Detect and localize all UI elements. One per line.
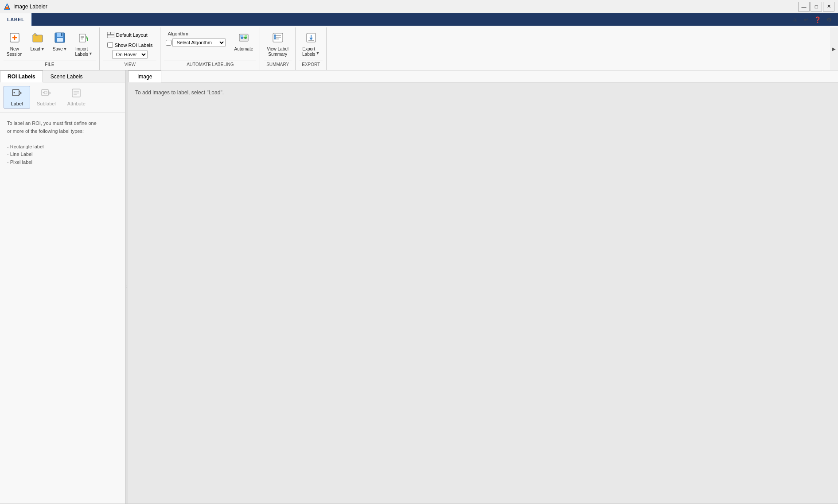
- automate-group-items: Algorithm: Select Algorithm: [164, 29, 256, 60]
- label-type-sublabel-icon: [41, 88, 51, 100]
- load-button[interactable]: Load ▼: [27, 29, 48, 54]
- on-hover-container: On Hover Always Never: [112, 50, 155, 59]
- close-button[interactable]: ✕: [823, 2, 834, 12]
- panel-hint: To label an ROI, you must first define o…: [0, 112, 125, 174]
- import-labels-icon: [78, 31, 90, 46]
- svg-rect-10: [57, 38, 63, 42]
- maximize-button[interactable]: □: [811, 2, 822, 12]
- app-title: Image Labeler: [13, 4, 47, 10]
- summary-group-label: SUMMARY: [264, 61, 292, 68]
- load-icon: [31, 31, 44, 46]
- summary-group-items: View LabelSummary: [264, 29, 292, 60]
- save-icon: [54, 31, 66, 46]
- view-label-summary-label: View LabelSummary: [267, 47, 288, 57]
- svg-rect-19: [111, 32, 114, 35]
- export-group-items: ExportLabels ▼: [299, 29, 323, 60]
- panel-tabs: ROI Labels Scene Labels: [0, 70, 125, 82]
- view-group-label: VIEW: [103, 61, 157, 68]
- tab-scene-labels[interactable]: Scene Labels: [43, 70, 90, 82]
- new-session-label: NewSession: [7, 47, 23, 57]
- save-arrow: ▼: [63, 47, 67, 51]
- image-canvas: To add images to label, select "Load".: [128, 82, 838, 504]
- label-type-bar: Label Sublabel: [0, 82, 125, 112]
- hint-line-1: To label an ROI, you must first define o…: [7, 120, 97, 126]
- svg-rect-25: [240, 35, 243, 37]
- title-bar-controls: — □ ✕: [798, 2, 834, 12]
- svg-rect-12: [79, 34, 86, 42]
- hint-line-3: - Rectangle label: [7, 144, 44, 149]
- ribbon-tab-strip: LABEL 🖨 ↩ ❓ ⚙: [0, 13, 838, 26]
- help-icon[interactable]: ❓: [812, 14, 823, 25]
- summary-icon: [272, 31, 284, 46]
- ribbon-group-automate: Algorithm: Select Algorithm: [160, 27, 260, 70]
- ribbon-group-summary: View LabelSummary SUMMARY: [260, 27, 296, 70]
- title-bar: Image Labeler — □ ✕: [0, 0, 838, 13]
- label-type-label-icon: [12, 88, 22, 100]
- view-label-summary-button[interactable]: View LabelSummary: [264, 29, 292, 59]
- automate-stack: Algorithm: Select Algorithm: [164, 29, 227, 48]
- undo-icon[interactable]: ↩: [801, 14, 811, 25]
- ribbon-content: NewSession Load ▼: [0, 26, 838, 70]
- hint-line-4: - Line Label: [7, 151, 33, 157]
- minimize-button[interactable]: —: [798, 2, 810, 12]
- default-layout-button[interactable]: Default Layout: [105, 30, 155, 40]
- hint-line-2: or more of the following label types:: [7, 128, 84, 134]
- ribbon-group-file: NewSession Load ▼: [0, 27, 100, 70]
- export-labels-label: ExportLabels: [302, 47, 315, 57]
- title-bar-left: Image Labeler: [4, 3, 47, 10]
- on-hover-select[interactable]: On Hover Always Never: [112, 50, 148, 59]
- save-button[interactable]: Save ▼: [50, 29, 70, 54]
- svg-rect-38: [12, 89, 19, 96]
- view-group-items: Default Layout Show ROI Labels On Hover …: [103, 29, 157, 60]
- default-layout-label: Default Layout: [116, 32, 148, 38]
- svg-rect-33: [274, 38, 276, 39]
- left-panel: ROI Labels Scene Labels Label: [0, 70, 125, 504]
- export-labels-arrow: ▼: [316, 51, 320, 55]
- load-arrow: ▼: [41, 47, 45, 51]
- automate-button[interactable]: Automate: [231, 29, 256, 54]
- ribbon-scroll-right[interactable]: ▶: [830, 27, 838, 70]
- view-stack: Default Layout Show ROI Labels On Hover …: [103, 29, 157, 60]
- app-icon: [4, 3, 11, 10]
- label-type-attribute-icon: [71, 88, 81, 100]
- automate-group-label: AUTOMATE LABELING: [164, 61, 256, 68]
- algorithm-checkbox[interactable]: [166, 40, 171, 46]
- hint-line-5: - Pixel label: [7, 159, 32, 165]
- show-roi-labels-checkbox[interactable]: [107, 42, 113, 48]
- export-group-label: EXPORT: [299, 61, 323, 68]
- label-type-label-button[interactable]: Label: [4, 86, 30, 109]
- label-type-attribute-text: Attribute: [67, 101, 86, 106]
- automate-icon: [238, 31, 250, 46]
- print-icon[interactable]: 🖨: [789, 14, 800, 25]
- tab-label[interactable]: LABEL: [0, 13, 32, 26]
- image-tabs: Image: [128, 70, 838, 82]
- image-area: Image To add images to label, select "Lo…: [128, 70, 838, 504]
- settings-icon[interactable]: ⚙: [824, 14, 834, 25]
- export-labels-icon: [305, 31, 317, 46]
- svg-rect-20: [107, 35, 114, 38]
- label-type-attribute-button[interactable]: Attribute: [62, 86, 90, 109]
- show-roi-labels-label: Show ROI Labels: [115, 43, 153, 48]
- save-label: Save: [53, 47, 63, 52]
- import-labels-label: ImportLabels: [75, 47, 88, 57]
- show-roi-labels-row[interactable]: Show ROI Labels: [105, 41, 155, 49]
- algorithm-label: Algorithm:: [166, 30, 226, 37]
- svg-marker-39: [19, 91, 21, 95]
- tab-roi-labels[interactable]: ROI Labels: [0, 70, 43, 82]
- tab-image[interactable]: Image: [128, 70, 161, 82]
- new-session-button[interactable]: NewSession: [4, 29, 26, 59]
- select-algorithm-select[interactable]: Select Algorithm: [172, 38, 226, 47]
- ribbon: LABEL 🖨 ↩ ❓ ⚙: [0, 13, 838, 70]
- label-type-label-text: Label: [11, 101, 23, 106]
- file-group-label: FILE: [4, 61, 96, 68]
- export-labels-button[interactable]: ExportLabels ▼: [299, 29, 323, 59]
- label-type-sublabel-button[interactable]: Sublabel: [32, 86, 61, 109]
- svg-marker-42: [48, 91, 51, 95]
- svg-marker-16: [86, 36, 88, 39]
- load-label: Load: [31, 47, 40, 52]
- import-labels-button[interactable]: ImportLabels ▼: [72, 29, 95, 59]
- image-hint: To add images to label, select "Load".: [135, 89, 224, 96]
- select-algorithm-row: Select Algorithm: [166, 38, 226, 47]
- svg-rect-41: [42, 89, 48, 96]
- svg-rect-18: [107, 32, 110, 35]
